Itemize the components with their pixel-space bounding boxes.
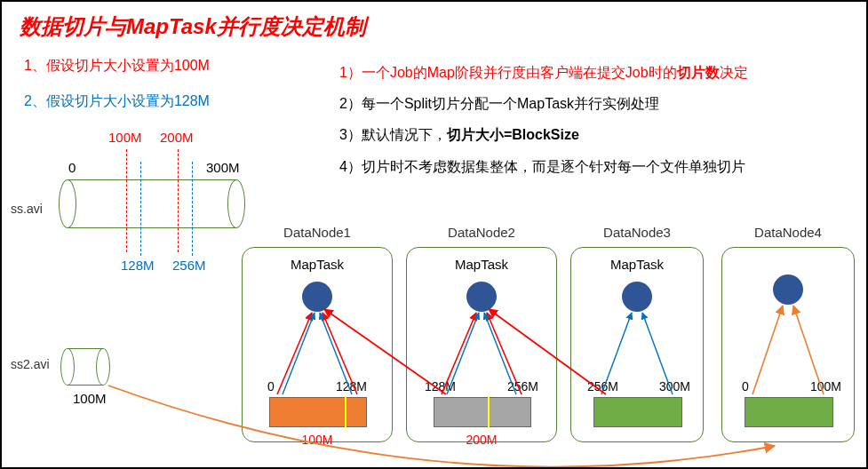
dn2-task: MapTask — [407, 257, 556, 272]
dn3-task: MapTask — [571, 257, 703, 272]
scale-0: 0 — [68, 160, 76, 175]
marker-128m — [140, 162, 141, 256]
datanode-1: DataNode1 MapTask 0 128M 100M — [242, 247, 393, 442]
rule-1-bold: 切片数 — [677, 65, 720, 80]
marker-100m — [126, 149, 127, 252]
dn2-block — [434, 397, 531, 427]
dn1-left: 0 — [267, 379, 275, 393]
dn4-block — [745, 397, 833, 427]
dn2-bottom-label: 200M — [407, 433, 556, 447]
maptask-icon — [622, 282, 652, 312]
dn2-right: 256M — [507, 379, 538, 393]
rule-1: 1）一个Job的Map阶段并行度由客户端在提交Job时的切片数决定 — [339, 57, 748, 88]
dn2-title: DataNode2 — [407, 225, 556, 240]
file2-size: 100M — [73, 391, 107, 406]
dn1-task: MapTask — [243, 257, 392, 272]
dn3-left: 256M — [587, 379, 618, 393]
rule-3: 3）默认情况下，切片大小=BlockSize — [339, 119, 748, 150]
rule-1-head: 1）一个Job的Map阶段并行度由客户端在提交Job时的 — [339, 65, 677, 80]
dn2-left: 128M — [425, 379, 456, 393]
label-128m: 128M — [121, 258, 155, 273]
rule-3-head: 3）默认情况下， — [339, 127, 447, 142]
dn1-block — [269, 397, 367, 427]
dn3-right: 300M — [659, 379, 690, 393]
rules-list: 1）一个Job的Map阶段并行度由客户端在提交Job时的切片数决定 2）每一个S… — [339, 57, 748, 182]
maptask-icon — [773, 274, 803, 305]
scale-300m: 300M — [206, 160, 240, 175]
datanode-3: DataNode3 MapTask 256M 300M — [570, 247, 704, 442]
label-256m: 256M — [172, 258, 206, 273]
dn4-left: 0 — [742, 379, 749, 393]
file2-label: ss2.avi — [11, 357, 50, 371]
assumption-2: 2、假设切片大小设置为128M — [24, 92, 210, 111]
label-100m: 100M — [108, 130, 142, 145]
datanode-4: DataNode4 0 100M — [721, 247, 855, 442]
dn3-block — [593, 397, 682, 427]
file1-label: ss.avi — [11, 202, 43, 216]
dn3-title: DataNode3 — [571, 225, 703, 240]
dn4-right: 100M — [810, 379, 841, 393]
marker-256m — [192, 162, 193, 256]
diagram-title: 数据切片与MapTask并行度决定机制 — [20, 12, 366, 41]
datanode-2: DataNode2 MapTask 128M 256M 200M — [406, 247, 557, 442]
dn1-title: DataNode1 — [243, 225, 392, 240]
rule-2: 2）每一个Split切片分配一个MapTask并行实例处理 — [339, 88, 748, 119]
rule-4: 4）切片时不考虑数据集整体，而是逐个针对每一个文件单独切片 — [339, 151, 748, 182]
assumption-1: 1、假设切片大小设置为100M — [24, 57, 210, 76]
dn4-title: DataNode4 — [722, 225, 854, 240]
dn1-right: 128M — [336, 379, 367, 393]
rule-1-tail: 决定 — [720, 65, 748, 80]
maptask-icon — [302, 282, 332, 312]
label-200m: 200M — [160, 130, 194, 145]
dn1-bottom-label: 100M — [243, 433, 392, 447]
dn1-split-marker — [345, 396, 346, 428]
dn2-split-marker — [488, 396, 490, 428]
rule-3-bold: 切片大小=BlockSize — [447, 127, 579, 142]
marker-200m — [178, 149, 179, 252]
maptask-icon — [466, 282, 497, 312]
